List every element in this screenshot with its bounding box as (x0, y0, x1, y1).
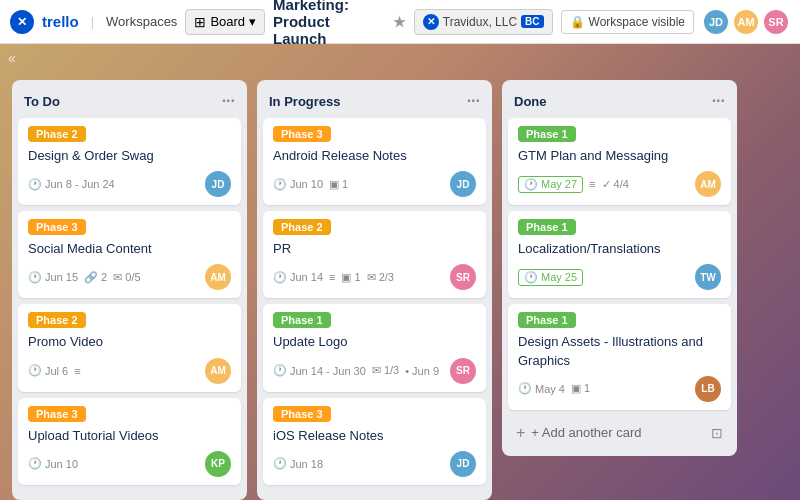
card[interactable]: Phase 3 Social Media Content 🕐 Jun 15🔗 2… (18, 211, 241, 298)
card-footer: 🕐 Jun 15🔗 2✉ 0/5 AM (28, 264, 231, 290)
topbar-separator: | (91, 14, 94, 29)
board-view-button[interactable]: ⊞ Board ▾ (185, 9, 265, 35)
card-avatar: JD (450, 451, 476, 477)
card-date: 🕐 May 27 (518, 176, 583, 193)
card-avatar: KP (205, 451, 231, 477)
card[interactable]: Phase 1 Localization/Translations 🕐 May … (508, 211, 731, 298)
workspace-name: Travidux, LLC (443, 15, 517, 29)
card[interactable]: Phase 3 Android Release Notes 🕐 Jun 10▣ … (263, 118, 486, 205)
column-done: Done ··· Phase 1 GTM Plan and Messaging … (502, 80, 737, 456)
workspace-chip[interactable]: ✕ Travidux, LLC BC (414, 9, 553, 35)
card-meta-item: ✉ 0/5 (113, 271, 140, 284)
card-title: iOS Release Notes (273, 427, 476, 445)
clock-icon: 🕐 (273, 271, 287, 284)
card[interactable]: Phase 2 Design & Order Swag 🕐 Jun 8 - Ju… (18, 118, 241, 205)
trello-logo-icon[interactable] (10, 10, 34, 34)
card-avatar: LB (695, 376, 721, 402)
avatar-3[interactable]: SR (762, 8, 790, 36)
card[interactable]: Phase 1 GTM Plan and Messaging 🕐 May 27≡… (508, 118, 731, 205)
card[interactable]: Phase 2 PR 🕐 Jun 14≡▣ 1✉ 2/3 SR (263, 211, 486, 298)
clock-icon: 🕐 (273, 178, 287, 191)
workspace-icon: ✕ (423, 14, 439, 30)
clock-icon: 🕐 (28, 178, 42, 191)
add-card-button[interactable]: + + Add another card ⊡ (508, 418, 731, 448)
column-todo: To Do ··· Phase 2 Design & Order Swag 🕐 … (12, 80, 247, 500)
board-title-section: Marketing: Product Launch ★ (273, 0, 406, 47)
card-footer: 🕐 Jun 10 KP (28, 451, 231, 477)
card-avatar: JD (205, 171, 231, 197)
card-meta: 🕐 May 4▣ 1 (518, 382, 590, 395)
card-footer: 🕐 Jul 6≡ AM (28, 358, 231, 384)
board-icon: ⊞ (194, 14, 206, 30)
workspace-badge: BC (521, 15, 543, 28)
card-meta-item: ≡ (74, 365, 80, 377)
column-header-todo: To Do ··· (18, 88, 241, 118)
card-meta-item: ≡ (589, 178, 595, 190)
card-title: Promo Video (28, 333, 231, 351)
add-card-button[interactable]: + + Add another card ⊡ (18, 493, 241, 500)
card-meta: 🕐 Jun 18 (273, 457, 323, 470)
board-label: Board (210, 14, 245, 29)
card-date: 🕐 Jun 14 (273, 271, 323, 284)
card-meta: 🕐 Jun 14 - Jun 30✉ 1/3• Jun 9 (273, 364, 439, 377)
card-title: Design Assets - Illustrations and Graphi… (518, 333, 721, 369)
clock-icon: 🕐 (518, 382, 532, 395)
card-meta-item: ▣ 1 (329, 178, 348, 191)
card-footer: 🕐 May 27≡✓ 4/4 AM (518, 171, 721, 197)
avatar-2[interactable]: AM (732, 8, 760, 36)
workspaces-link[interactable]: Workspaces (106, 14, 177, 29)
card-footer: 🕐 Jun 8 - Jun 24 JD (28, 171, 231, 197)
phase-badge: Phase 2 (28, 126, 86, 142)
card-title: Android Release Notes (273, 147, 476, 165)
collapse-button[interactable]: « (8, 50, 16, 66)
template-icon[interactable]: ⊡ (711, 425, 723, 441)
board-title: Marketing: Product Launch (273, 0, 387, 47)
avatar-1[interactable]: JD (702, 8, 730, 36)
card-meta: 🕐 Jun 10▣ 1 (273, 178, 348, 191)
card-title: Localization/Translations (518, 240, 721, 258)
star-icon[interactable]: ★ (393, 14, 406, 30)
card-avatar: SR (450, 358, 476, 384)
card[interactable]: Phase 1 Design Assets - Illustrations an… (508, 304, 731, 409)
card-footer: 🕐 Jun 18 JD (273, 451, 476, 477)
phase-badge: Phase 3 (273, 126, 331, 142)
column-header-done: Done ··· (508, 88, 731, 118)
phase-badge: Phase 1 (273, 312, 331, 328)
card-date: 🕐 Jul 6 (28, 364, 68, 377)
column-menu-button[interactable]: ··· (712, 92, 725, 110)
card-footer: 🕐 May 4▣ 1 LB (518, 376, 721, 402)
board-content: To Do ··· Phase 2 Design & Order Swag 🕐 … (0, 72, 800, 500)
card[interactable]: Phase 3 iOS Release Notes 🕐 Jun 18 JD (263, 398, 486, 485)
secondary-bar: « (0, 44, 800, 72)
member-avatars: JD AM SR (702, 8, 790, 36)
column-menu-button[interactable]: ··· (467, 92, 480, 110)
card[interactable]: Phase 3 Upload Tutorial Videos 🕐 Jun 10 … (18, 398, 241, 485)
card-avatar: SR (450, 264, 476, 290)
card-title: Social Media Content (28, 240, 231, 258)
card-meta-item: ✉ 1/3 (372, 364, 399, 377)
clock-icon: 🕐 (524, 271, 538, 284)
card-avatar: AM (205, 358, 231, 384)
card-meta-item: ✓ 4/4 (602, 178, 629, 191)
add-card-button[interactable]: + + Add another card ⊡ (263, 493, 486, 500)
card-meta-item: ▣ 1 (341, 271, 360, 284)
card-date: 🕐 Jun 10 (273, 178, 323, 191)
lock-icon: 🔒 (570, 15, 585, 29)
card-date: 🕐 Jun 14 - Jun 30 (273, 364, 366, 377)
card-footer: 🕐 Jun 14 - Jun 30✉ 1/3• Jun 9 SR (273, 358, 476, 384)
card-meta-item: 🔗 2 (84, 271, 107, 284)
topbar: trello | Workspaces ⊞ Board ▾ Marketing:… (0, 0, 800, 44)
card[interactable]: Phase 1 Update Logo 🕐 Jun 14 - Jun 30✉ 1… (263, 304, 486, 391)
visibility-chip[interactable]: 🔒 Workspace visible (561, 10, 694, 34)
card-title: Upload Tutorial Videos (28, 427, 231, 445)
clock-icon: 🕐 (273, 457, 287, 470)
card[interactable]: Phase 2 Promo Video 🕐 Jul 6≡ AM (18, 304, 241, 391)
column-inprogress: In Progress ··· Phase 3 Android Release … (257, 80, 492, 500)
card-footer: 🕐 Jun 14≡▣ 1✉ 2/3 SR (273, 264, 476, 290)
clock-icon: 🕐 (273, 364, 287, 377)
trello-logo-text: trello (42, 13, 79, 30)
clock-icon: 🕐 (524, 178, 538, 191)
phase-badge: Phase 3 (273, 406, 331, 422)
column-menu-button[interactable]: ··· (222, 92, 235, 110)
card-avatar: JD (450, 171, 476, 197)
